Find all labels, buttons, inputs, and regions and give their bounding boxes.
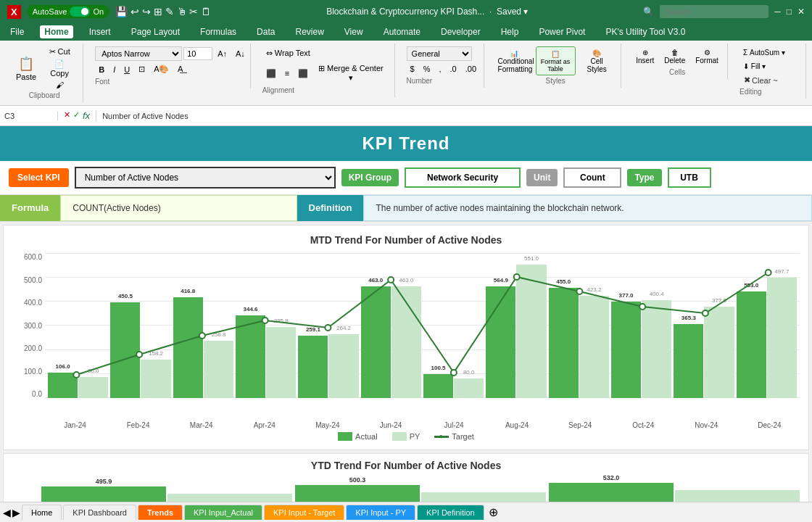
menu-file[interactable]: File	[6, 25, 28, 38]
tab-kpi-input-py[interactable]: KPI Input - PY	[346, 505, 415, 520]
underline-button[interactable]: U	[120, 63, 133, 76]
legend-target-line	[434, 436, 449, 438]
bar-py-Apr-24: 295.8	[266, 327, 296, 398]
format-as-table-button[interactable]: 📋 Format as Table	[536, 46, 576, 75]
menu-view[interactable]: View	[340, 25, 368, 38]
scroll-right-tab[interactable]: ▶	[12, 507, 20, 518]
align-center-button[interactable]: ≡	[281, 67, 293, 80]
bar-actual-Jan-24: 106.0	[48, 373, 78, 398]
bar-py-Oct-24: 400.4	[642, 300, 671, 398]
bar-actual-Jun-24: 463.0	[361, 286, 391, 398]
tab-kpi-dashboard[interactable]: KPI Dashboard	[63, 505, 136, 520]
cell-styles-button[interactable]: 🎨CellStyles	[577, 46, 617, 75]
menu-power-pivot[interactable]: Power Pivot	[534, 25, 589, 38]
app-icon: X	[7, 5, 21, 19]
tab-trends[interactable]: Trends	[138, 505, 183, 520]
ribbon-number: General $ % , .0 .00 Number	[401, 44, 484, 88]
menu-review[interactable]: Review	[291, 25, 328, 38]
decrease-font-button[interactable]: A↓	[232, 47, 249, 60]
bars-container: 106.086.0450.5158.2416.8258.8344.6295.82…	[45, 253, 800, 398]
font-color-button[interactable]: A͟	[174, 62, 187, 76]
font-select[interactable]: Aptos Narrow	[95, 46, 182, 61]
bar-actual-label-Oct-24: 377.0	[619, 292, 634, 299]
wrap-text-button[interactable]: ⇔ Wrap Text	[262, 46, 314, 60]
bar-py-Sep-24: 423.2	[579, 296, 609, 398]
tab-kpi-definition[interactable]: KPI Definition	[417, 505, 484, 520]
clear-label: Clear ~	[752, 76, 778, 85]
comma-button[interactable]: ,	[436, 62, 445, 75]
format-button[interactable]: ⚙Format	[691, 46, 723, 67]
window-minimize[interactable]: ─	[774, 7, 781, 17]
merge-center-button[interactable]: ⊞ Merge & Center ▾	[313, 62, 389, 85]
search-input[interactable]	[660, 5, 768, 18]
clear-button[interactable]: ✖ Clear ~	[740, 74, 782, 86]
bar-group-Nov-24: 365.3377.6	[674, 307, 734, 398]
bar-actual-label-Sep-24: 455.0	[556, 278, 571, 285]
select-kpi-button[interactable]: Select KPI	[9, 168, 69, 187]
paste-icon: 📋	[18, 56, 34, 72]
copy-button[interactable]: 📄 Copy	[42, 59, 77, 78]
decrease-decimal-button[interactable]: .00	[462, 62, 480, 75]
window-maximize[interactable]: □	[787, 7, 792, 17]
menu-pk-utility[interactable]: PK's Utility Tool V3.0	[601, 25, 689, 38]
font-size-input[interactable]	[183, 47, 212, 60]
increase-decimal-button[interactable]: .0	[447, 62, 460, 75]
number-format-select[interactable]: General	[407, 46, 472, 61]
title-bar-left: X AutoSave On 💾 ↩ ↪ ⊞ ✎ 🖱 ✂ 🗒	[7, 5, 211, 19]
bar-actual-label-May-24: 259.1	[306, 326, 320, 333]
menu-automate[interactable]: Automate	[379, 25, 425, 38]
formula-cancel[interactable]: ✕	[64, 110, 70, 121]
x-label-Apr-24: Apr-24	[234, 421, 294, 429]
fill-button[interactable]: ⬇ Fill ▾	[740, 60, 769, 72]
insert-button[interactable]: ⊕Insert	[631, 46, 658, 67]
menu-insert[interactable]: Insert	[85, 25, 115, 38]
cut-button[interactable]: ✂ Cut	[42, 46, 77, 57]
menu-developer[interactable]: Developer	[436, 25, 485, 38]
menu-page-layout[interactable]: Page Layout	[127, 25, 184, 38]
currency-button[interactable]: $	[407, 62, 418, 75]
conditional-formatting-button[interactable]: 📊ConditionalFormatting	[494, 46, 534, 75]
increase-font-button[interactable]: A↑	[214, 47, 231, 60]
tab-kpi-input-target[interactable]: KPI Input - Target	[264, 505, 344, 520]
bar-py-label-Jun-24: 463.0	[399, 277, 413, 283]
formula-def-row: Formula COUNT(Active Nodes) Definition T…	[0, 195, 812, 222]
cell-reference-input[interactable]	[0, 112, 58, 120]
format-painter-button[interactable]: 🖌	[42, 80, 77, 90]
bar-py-Mar-24: 258.8	[204, 341, 233, 398]
align-right-button[interactable]: ⬛	[294, 67, 312, 80]
styles-row: 📊ConditionalFormatting 📋 Format as Table…	[494, 46, 617, 75]
window-close[interactable]: ✕	[798, 7, 805, 17]
border-button[interactable]: ⊡	[135, 62, 149, 76]
tab-kpi-input-actual[interactable]: KPI Input_Actual	[184, 505, 262, 520]
add-sheet-button[interactable]: ⊕	[489, 505, 498, 519]
bold-button[interactable]: B	[95, 63, 108, 76]
ytd-title: YTD Trend For Number of Active Nodes	[12, 460, 800, 471]
delete-button[interactable]: 🗑Delete	[660, 46, 689, 67]
paste-button[interactable]: 📋 Paste	[12, 54, 41, 83]
align-left-button[interactable]: ⬛	[262, 67, 280, 80]
tab-home[interactable]: Home	[22, 505, 62, 520]
bar-py-Jan-24: 86.0	[78, 377, 108, 398]
scroll-left-tab[interactable]: ◀	[3, 507, 11, 518]
fill-color-button[interactable]: A🎨	[150, 62, 173, 76]
autosum-button[interactable]: Σ AutoSum ▾	[740, 46, 789, 59]
mtd-chart-container: MTD Trend For Number of Active Nodes 600…	[3, 225, 809, 450]
menu-help[interactable]: Help	[497, 25, 523, 38]
menu-home[interactable]: Home	[40, 25, 72, 38]
menu-formulas[interactable]: Formulas	[196, 25, 241, 38]
menu-data[interactable]: Data	[252, 25, 279, 38]
kpi-name-select[interactable]: Number of Active Nodes	[75, 167, 336, 188]
formula-confirm[interactable]: ✓	[73, 110, 80, 121]
bar-actual-label-Nov-24: 365.3	[682, 315, 696, 321]
x-labels: Jan-24Feb-24Mar-24Apr-24May-24Jun-24Jul-…	[12, 421, 800, 429]
alignment-label: Alignment	[262, 86, 294, 94]
percent-button[interactable]: %	[420, 62, 434, 75]
bar-group-Apr-24: 344.6295.8	[236, 315, 296, 398]
ytd-actual-label-1: 500.3	[349, 476, 366, 484]
bar-actual-label-Mar-24: 416.8	[181, 288, 195, 294]
autosave-toggle[interactable]	[70, 7, 90, 17]
bar-py-Jul-24: 80.0	[454, 378, 484, 398]
italic-button[interactable]: I	[109, 63, 119, 76]
bar-actual-label-Apr-24: 344.6	[244, 306, 258, 312]
legend-actual: Actual	[338, 432, 378, 441]
